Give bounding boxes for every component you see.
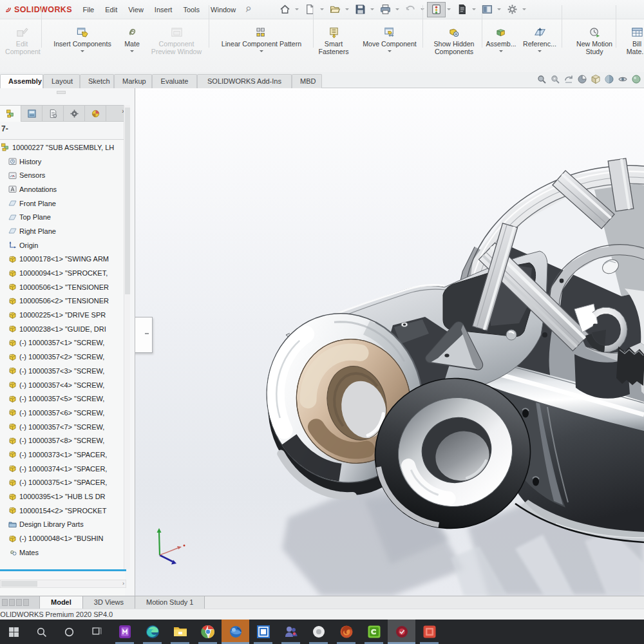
taskbar-item[interactable]	[388, 620, 415, 644]
tree-reorder-bar[interactable]	[0, 569, 126, 571]
quickbar-button[interactable]	[301, 2, 319, 17]
ribbon-button[interactable]: Referenc...	[522, 23, 558, 68]
view-tool-button[interactable]	[550, 74, 560, 87]
panel-collapse-grip[interactable]	[57, 91, 66, 94]
feature-tree-item[interactable]: 10000238<1> "GUIDE, DRI	[0, 322, 125, 336]
feature-tree-item[interactable]: Origin	[0, 238, 125, 252]
quickbar-button[interactable]	[427, 2, 446, 17]
ribbon-button[interactable]: New Motion Study	[569, 23, 620, 68]
feature-panel-tab[interactable]	[85, 106, 106, 122]
quickbar-button[interactable]	[377, 2, 394, 17]
feature-tree-item[interactable]: (-) 10000357<2> "SCREW,	[0, 350, 125, 364]
feature-tree-item[interactable]: 10000227 "SUB ASSEMBLY, LH	[0, 140, 125, 155]
view-tool-button[interactable]	[577, 74, 587, 87]
ribbon-button[interactable]: Linear Component Pattern	[213, 23, 310, 68]
view-tool-button[interactable]	[564, 74, 574, 87]
taskbar-item[interactable]	[166, 620, 194, 644]
scroll-right-arrow[interactable]: ›	[122, 580, 124, 587]
quickbar-button[interactable]	[276, 2, 294, 17]
command-tab[interactable]: Assembly	[0, 74, 43, 88]
menu-item[interactable]: View	[123, 3, 149, 16]
document-tab[interactable]: Motion Study 1	[135, 596, 205, 609]
feature-tree-item[interactable]: Mates	[0, 545, 125, 560]
quickbar-button[interactable]	[478, 2, 496, 17]
dropdown-caret[interactable]	[370, 8, 374, 10]
feature-panel-tab[interactable]	[43, 106, 64, 122]
feature-tree-item[interactable]: (-) 10000357<5> "SCREW,	[0, 392, 125, 406]
dropdown-caret[interactable]	[320, 8, 324, 10]
view-tool-button[interactable]	[604, 74, 614, 87]
command-tab[interactable]: Markup	[114, 74, 152, 88]
menu-item[interactable]: Tools	[178, 3, 205, 16]
quickbar-button[interactable]	[327, 2, 344, 17]
quickbar-button[interactable]	[402, 2, 419, 17]
feature-tree-item[interactable]: Right Plane	[0, 224, 125, 238]
feature-tree-item[interactable]: 10000154<2> "SPROCKET	[0, 504, 125, 518]
ribbon-button[interactable]: Bill Mate...	[621, 23, 644, 68]
feature-tree-item[interactable]: Front Plane	[0, 196, 125, 211]
taskbar-item[interactable]	[305, 620, 332, 644]
tab-scroll-controls[interactable]	[0, 596, 40, 609]
taskbar-item[interactable]	[83, 620, 111, 644]
menu-item[interactable]: Edit	[100, 3, 123, 16]
command-tab[interactable]: Sketch	[80, 74, 114, 88]
taskbar-item[interactable]	[138, 620, 166, 644]
pin-icon[interactable]: ⚲	[243, 5, 252, 14]
taskbar-item[interactable]	[277, 620, 305, 644]
menu-item[interactable]: File	[77, 3, 100, 16]
feature-tree-item[interactable]: (-) 10000373<1> "SPACER,	[0, 448, 125, 462]
taskbar-item[interactable]	[415, 620, 443, 644]
dropdown-caret[interactable]	[295, 8, 299, 10]
feature-tree-item[interactable]: Design Library Parts	[0, 518, 125, 532]
feature-tree-item[interactable]: (-) 10000357<7> "SCREW,	[0, 420, 125, 434]
feature-tree-item[interactable]: (-) 10000374<1> "SPACER,	[0, 462, 125, 476]
feature-tree-item[interactable]: (-) 10000357<1> "SCREW,	[0, 336, 125, 350]
dropdown-caret[interactable]	[522, 8, 526, 10]
dropdown-caret[interactable]	[395, 8, 399, 10]
menu-item[interactable]: Window	[205, 3, 242, 16]
ribbon-button[interactable]: Smart Fasteners	[316, 23, 352, 68]
ribbon-button[interactable]: Insert Components	[45, 23, 120, 68]
ribbon-button[interactable]: Edit Component	[5, 23, 39, 68]
ribbon-button[interactable]: Assemb...	[484, 23, 518, 68]
taskbar-item[interactable]	[249, 620, 277, 644]
dropdown-caret[interactable]	[472, 8, 476, 10]
quickbar-button[interactable]	[352, 2, 369, 17]
feature-tree-item[interactable]: (-) 10000357<6> "SCREW,	[0, 406, 125, 420]
view-tool-button[interactable]	[591, 74, 601, 87]
tree-vertical-scrollbar[interactable]	[124, 105, 130, 569]
feature-tree-item[interactable]: (-) 10000048<1> "BUSHIN	[0, 531, 125, 545]
tree-horizontal-scrollbar[interactable]: ›	[0, 580, 126, 588]
menu-item[interactable]: Insert	[149, 3, 178, 16]
feature-tree-item[interactable]: (-) 10000357<4> "SCREW,	[0, 378, 125, 392]
feature-tree-item[interactable]: Annotations	[0, 182, 125, 196]
quickbar-button[interactable]	[504, 2, 521, 17]
command-tab[interactable]: Layout	[43, 74, 80, 88]
command-tab[interactable]: MBD	[292, 74, 322, 88]
view-tool-button[interactable]	[618, 74, 628, 87]
view-tool-button[interactable]	[536, 74, 547, 87]
graphics-viewport[interactable]	[135, 88, 644, 596]
command-tab[interactable]: Evaluate	[152, 74, 197, 88]
quickbar-button[interactable]	[453, 2, 471, 17]
document-tab[interactable]: 3D Views	[83, 596, 135, 609]
feature-panel-tab[interactable]	[0, 106, 21, 122]
taskbar-item[interactable]	[332, 620, 360, 644]
feature-tree-item[interactable]: 10000506<1> "TENSIONER	[0, 280, 125, 294]
ribbon-button[interactable]: Mate	[120, 23, 144, 68]
taskbar-item[interactable]	[0, 620, 28, 644]
dropdown-caret[interactable]	[345, 8, 349, 10]
feature-tree-item[interactable]: 10000094<1> "SPROCKET,	[0, 266, 125, 280]
dropdown-caret[interactable]	[497, 8, 501, 10]
feature-tree-item[interactable]: 10000506<2> "TENSIONER	[0, 294, 125, 308]
command-tab[interactable]: SOLIDWORKS Add-Ins	[197, 74, 292, 88]
ribbon-button[interactable]: Show Hidden Components	[426, 23, 482, 68]
taskbar-item[interactable]	[28, 620, 55, 644]
feature-panel-tab[interactable]	[21, 106, 43, 122]
feature-tree-item[interactable]: 10000225<1> "DRIVE SPR	[0, 308, 125, 322]
feature-panel-tab[interactable]	[64, 106, 85, 122]
feature-tree-item[interactable]: 10000395<1> "HUB LS DR	[0, 489, 125, 504]
taskbar-item[interactable]	[111, 620, 138, 644]
document-tab[interactable]: Model	[40, 596, 83, 609]
ribbon-button[interactable]: Component Preview Window	[147, 23, 206, 68]
